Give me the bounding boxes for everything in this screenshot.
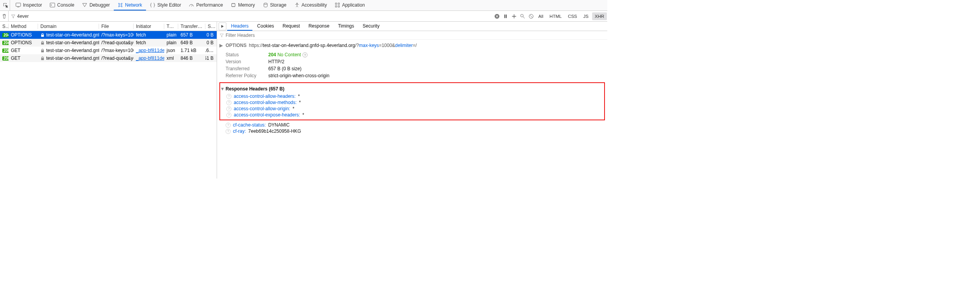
element-picker-button[interactable]	[2, 0, 10, 10]
clear-button[interactable]	[0, 11, 9, 21]
svg-point-4	[296, 3, 297, 4]
cell-size: 0 B	[205, 40, 216, 45]
col-transferred[interactable]: Transferred	[178, 24, 205, 29]
svg-rect-6	[338, 3, 340, 4]
lock-icon	[40, 33, 45, 37]
header-value: *	[298, 94, 300, 99]
cell-size: 251 B	[205, 56, 216, 61]
dtab-cookies[interactable]: Cookies	[253, 22, 278, 31]
filter-input[interactable]	[17, 14, 95, 19]
type-all[interactable]: All	[536, 12, 546, 20]
tab-label: Debugger	[89, 2, 110, 8]
devtools-tab-bar: Inspector Console Debugger Network Style…	[0, 0, 607, 11]
twisty-down-icon: ▼	[220, 86, 224, 92]
initiator-link[interactable]: _app-bf811def6…	[136, 48, 164, 53]
add-button[interactable]	[510, 12, 518, 21]
inspector-icon	[16, 2, 21, 8]
tab-console[interactable]: Console	[46, 0, 78, 10]
col-initiator[interactable]: Initiator	[134, 24, 164, 29]
filter-icon	[11, 14, 16, 19]
col-method[interactable]: Method	[9, 24, 38, 29]
headers-filter-input[interactable]	[226, 33, 303, 38]
cell-size: 1.6…	[205, 48, 216, 53]
table-row[interactable]: 204OPTIONStest-star-on-4everland.gnfd-sp…	[0, 31, 217, 39]
request-url-row[interactable]: ▶ OPTIONS https://test-star-on-4everland…	[219, 41, 605, 50]
svg-rect-0	[16, 3, 21, 6]
type-filters: All HTML CSS JS XHR	[535, 11, 607, 21]
status-badge: 204	[2, 41, 9, 45]
tab-accessibility[interactable]: Accessibility	[290, 0, 331, 10]
twisty-icon[interactable]: ▶	[219, 43, 223, 48]
cell-file: /?read-quota&year-m	[99, 40, 134, 45]
header-key: access-control-allow-methods:	[234, 100, 297, 105]
tab-inspector[interactable]: Inspector	[12, 0, 46, 10]
cell-transferred: 657 B	[178, 32, 205, 38]
col-domain[interactable]: Domain	[38, 24, 99, 29]
dtab-request[interactable]: Request	[279, 22, 304, 31]
tab-label: Console	[57, 2, 74, 8]
clear-filter-button[interactable]	[493, 12, 501, 21]
help-icon[interactable]: ?	[226, 94, 231, 99]
block-button[interactable]	[527, 12, 535, 21]
table-row[interactable]: 204OPTIONStest-star-on-4everland.gnfd-sp…	[0, 39, 217, 47]
dtab-timings[interactable]: Timings	[334, 22, 358, 31]
help-icon[interactable]: ?	[226, 100, 231, 105]
more-headers: ?cf-cache-status: DYNAMIC?cf-ray: 7eeb69…	[219, 122, 605, 134]
cell-type: json	[164, 48, 178, 53]
style-editor-icon	[150, 2, 155, 8]
help-icon[interactable]: ?	[302, 52, 308, 57]
cell-type: plain	[164, 32, 178, 38]
header-row: ?access-control-allow-origin: *	[220, 106, 602, 112]
pause-button[interactable]	[501, 12, 510, 21]
details-toolbar: Headers Cookies Request Response Timings…	[217, 22, 607, 31]
tab-label: Memory	[238, 2, 255, 8]
table-row[interactable]: 200GETtest-star-on-4everland.gnfd-sp.…/?…	[0, 47, 217, 54]
tab-style-editor[interactable]: Style Editor	[146, 0, 185, 10]
help-icon[interactable]: ?	[226, 129, 231, 134]
table-row[interactable]: 200GETtest-star-on-4everland.gnfd-sp.…/?…	[0, 54, 217, 62]
cell-method: GET	[9, 48, 38, 53]
tab-debugger[interactable]: Debugger	[78, 0, 114, 10]
help-icon[interactable]: ?	[226, 106, 231, 111]
tab-performance[interactable]: Performance	[185, 0, 227, 10]
header-key: cf-ray:	[233, 128, 246, 134]
header-row: ?cf-cache-status: DYNAMIC	[219, 122, 605, 128]
col-status[interactable]: S…	[0, 24, 9, 29]
tab-application[interactable]: Application	[331, 0, 369, 10]
type-js[interactable]: JS	[580, 12, 591, 20]
memory-icon	[231, 2, 236, 8]
help-icon[interactable]: ?	[226, 113, 231, 118]
details-pane: Headers Cookies Request Response Timings…	[217, 22, 607, 179]
type-xhr[interactable]: XHR	[592, 12, 607, 20]
initiator-link[interactable]: _app-bf811def6…	[136, 56, 164, 61]
tab-storage[interactable]: Storage	[259, 0, 290, 10]
header-row: ?access-control-allow-methods: *	[220, 99, 602, 106]
filter-icon	[219, 33, 224, 38]
dtab-response[interactable]: Response	[304, 22, 333, 31]
response-headers-section[interactable]: ▼ Response Headers (657 B)	[220, 85, 602, 93]
tab-network[interactable]: Network	[114, 0, 146, 10]
dtab-security[interactable]: Security	[359, 22, 383, 31]
cell-initiator: _app-bf811def6…	[134, 56, 164, 61]
dtab-headers[interactable]: Headers	[227, 22, 252, 31]
cell-file: /?max-keys=1000&d…	[99, 32, 134, 38]
tab-label: Storage	[270, 2, 287, 8]
col-file[interactable]: File	[99, 24, 134, 29]
help-icon[interactable]: ?	[226, 123, 231, 128]
kv-transferred: Transferred 657 B (0 B size)	[219, 65, 605, 72]
lock-icon	[40, 49, 45, 53]
search-button[interactable]	[518, 12, 527, 21]
tab-memory[interactable]: Memory	[227, 0, 259, 10]
application-icon	[335, 2, 340, 8]
type-html[interactable]: HTML	[547, 12, 564, 20]
summary-block: Status 204 No Content? Version HTTP/2 Tr…	[219, 51, 605, 79]
performance-icon	[189, 2, 194, 8]
col-size[interactable]: Size	[205, 24, 216, 29]
tab-label: Inspector	[23, 2, 42, 8]
debugger-icon	[82, 2, 87, 8]
resend-button[interactable]	[219, 23, 226, 30]
header-key: cf-cache-status:	[233, 122, 266, 128]
col-type[interactable]: Type	[164, 24, 178, 29]
type-css[interactable]: CSS	[565, 12, 580, 20]
svg-rect-7	[335, 5, 337, 7]
